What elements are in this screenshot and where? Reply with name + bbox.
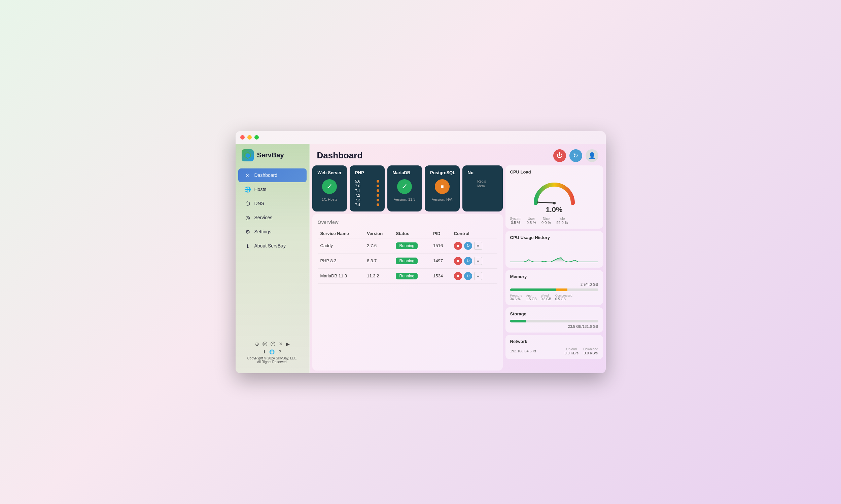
download-label: Download (583, 347, 598, 351)
mariadb-card: MariaDB ✓ Version: 11.3 (387, 165, 422, 212)
sidebar-item-services[interactable]: ◎ Services (238, 211, 307, 224)
stop-icon: ■ (435, 179, 450, 194)
php-card-title: PHP (355, 170, 364, 175)
network-info: 192.168.64.6 ⧉ Upload 0.0 KB/s Download (510, 347, 598, 355)
php-dot (377, 185, 379, 187)
service-status: Running (393, 253, 430, 268)
cpu-stat-system: System 0.5 % (510, 217, 521, 224)
sidebar-item-dashboard[interactable]: ⊙ Dashboard (238, 168, 307, 182)
sidebar: ServBay ⊙ Dashboard 🌐 Hosts ⬡ DNS ◎ Serv… (236, 144, 310, 373)
globe-link[interactable]: 🌐 (269, 349, 275, 354)
php-dot (377, 189, 379, 192)
sidebar-item-settings[interactable]: ⚙ Settings (238, 225, 307, 239)
php-ver-56: 5.6 (355, 179, 379, 183)
log-button[interactable]: ≡ (474, 272, 482, 280)
network-speeds: Upload 0.0 KB/s Download 0.0 KB/s (564, 347, 598, 355)
cpu-stat-nice: Nice 0.0 % (542, 217, 551, 224)
service-control: ■ ↻ ≡ (451, 268, 497, 284)
col-status: Status (393, 229, 430, 238)
svg-line-2 (537, 202, 554, 203)
power-button[interactable]: ⏻ (553, 149, 566, 162)
youtube-icon[interactable]: ▶ (286, 341, 290, 347)
memory-widget: Memory 2.9/4.0 GB Pressure 34.6 % (505, 270, 603, 305)
nice-label: Nice (542, 217, 551, 220)
hosts-icon: 🌐 (244, 186, 251, 193)
restart-button[interactable]: ↻ (464, 272, 472, 280)
help-link[interactable]: ? (279, 349, 281, 354)
php-card: PHP 5.6 7.0 7.1 (350, 165, 385, 212)
control-buttons: ■ ↻ ≡ (454, 272, 495, 280)
cpu-history-title: CPU Usage History (510, 235, 598, 240)
service-version: 11.3.2 (364, 268, 393, 284)
footer-links: ℹ 🌐 ? (242, 349, 303, 354)
info-link[interactable]: ℹ (263, 349, 265, 354)
overview-title: Overview (318, 219, 497, 225)
download-value: 0.0 KB/s (583, 351, 598, 355)
user-button[interactable]: 👤 (586, 149, 598, 162)
medium-icon[interactable]: Ⓜ (262, 341, 267, 347)
close-button[interactable] (240, 135, 245, 140)
dns-icon: ⬡ (244, 200, 251, 207)
sidebar-footer: ⊕ Ⓜ ⓕ ✕ ▶ ℹ 🌐 ? CopyRight © 2024 ServBay… (236, 337, 309, 368)
php-dot (377, 199, 379, 201)
service-status: Running (393, 268, 430, 284)
nice-value: 0.0 % (542, 220, 551, 224)
app-body: ServBay ⊙ Dashboard 🌐 Hosts ⬡ DNS ◎ Serv… (236, 144, 606, 373)
sidebar-nav: ⊙ Dashboard 🌐 Hosts ⬡ DNS ◎ Services ⚙ (236, 168, 309, 253)
postgresql-status-icon: ■ (435, 179, 450, 194)
idle-label: Idle (556, 217, 568, 220)
service-control: ■ ↻ ≡ (451, 238, 497, 253)
nored-content: Redis Mem... (477, 179, 488, 188)
service-pid: 1534 (430, 268, 451, 284)
php-ver-71: 7.1 (355, 188, 379, 193)
table-row: Caddy 2.7.6 Running 1516 ■ ↻ ≡ (318, 238, 497, 253)
copy-icon[interactable]: ⧉ (533, 349, 536, 353)
sidebar-item-about[interactable]: ℹ About ServBay (238, 239, 307, 253)
storage-bar (510, 320, 598, 322)
php-dot (377, 194, 379, 197)
right-panel: CPU Load (505, 165, 603, 371)
user-label: User (527, 217, 536, 220)
sidebar-item-label: Settings (254, 229, 272, 234)
sidebar-item-dns[interactable]: ⬡ DNS (238, 197, 307, 211)
idle-value: 99.0 % (556, 220, 568, 224)
maximize-button[interactable] (254, 135, 259, 140)
service-name: MariaDB 11.3 (318, 268, 364, 284)
upload-value: 0.0 KB/s (564, 351, 579, 355)
history-svg (510, 244, 598, 264)
compressed-label: Compressed (555, 294, 572, 297)
minimize-button[interactable] (247, 135, 252, 140)
discord-icon[interactable]: ⊕ (255, 341, 259, 347)
refresh-button[interactable]: ↻ (569, 149, 582, 162)
system-label: System (510, 217, 521, 220)
restart-button[interactable]: ↻ (464, 242, 472, 250)
upload-label: Upload (564, 347, 579, 351)
network-title: Network (510, 339, 598, 344)
memory-value: 2.9/4.0 GB (510, 283, 598, 286)
system-value: 0.5 % (510, 220, 521, 224)
table-row: MariaDB 11.3 11.3.2 Running 1534 ■ ↻ ≡ (318, 268, 497, 284)
mariadb-subtitle: Version: 11.3 (394, 197, 415, 201)
network-ip: 192.168.64.6 ⧉ (510, 349, 536, 353)
copyright: CopyRight © 2024 ServBay, LLC. All Right… (242, 356, 303, 364)
postgresql-subtitle: Version: N/A (432, 197, 452, 201)
php-dot (377, 180, 379, 183)
stop-button[interactable]: ■ (454, 242, 462, 250)
sidebar-item-hosts[interactable]: 🌐 Hosts (238, 183, 307, 196)
cpu-history-chart (510, 244, 598, 264)
log-button[interactable]: ≡ (474, 257, 482, 265)
stop-button[interactable]: ■ (454, 272, 462, 280)
twitter-icon[interactable]: ✕ (279, 341, 283, 347)
status-badge: Running (396, 257, 418, 264)
restart-button[interactable]: ↻ (464, 257, 472, 265)
check-icon: ✓ (322, 179, 337, 194)
main-inner: Web Server ✓ 1/1 Hosts PHP 5.6 (310, 165, 606, 373)
storage-title: Storage (510, 311, 598, 317)
left-panel: Web Server ✓ 1/1 Hosts PHP 5.6 (312, 165, 505, 371)
facebook-icon[interactable]: ⓕ (271, 341, 275, 347)
stop-button[interactable]: ■ (454, 257, 462, 265)
log-button[interactable]: ≡ (474, 242, 482, 250)
webserver-status-icon: ✓ (322, 179, 337, 194)
app-label: App (526, 294, 537, 297)
memory-title: Memory (510, 274, 598, 279)
